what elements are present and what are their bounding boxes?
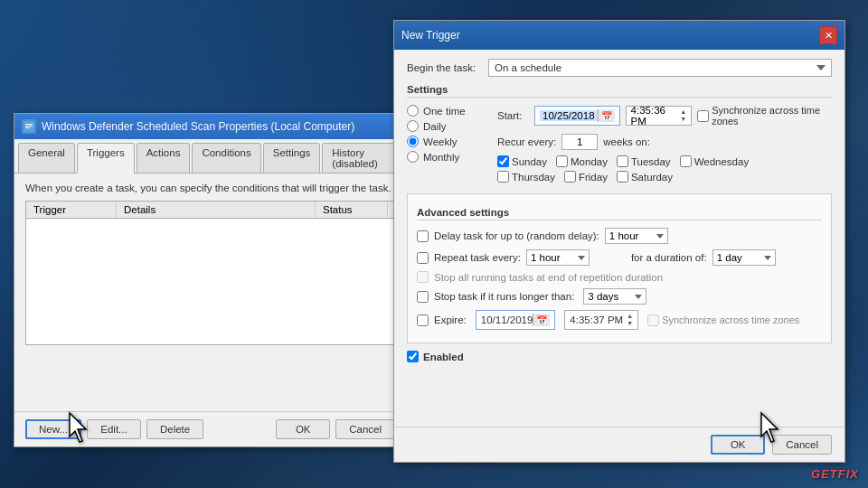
radio-daily-input[interactable] (407, 120, 419, 132)
start-date-row: Start: 10/25/2018 📅 4:35:36 PM ▲ ▼ (497, 105, 832, 127)
radio-daily-label: Daily (423, 121, 447, 132)
stop-longer-label: Stop task if it runs longer than: (434, 291, 574, 302)
col-trigger-header: Trigger (26, 202, 117, 218)
expire-date-value: 10/11/2019 (481, 314, 533, 325)
sync-timezone-text: Synchronize across time zones (712, 105, 832, 127)
expire-sync-checkbox[interactable] (647, 314, 659, 326)
start-date-calendar-btn[interactable]: 📅 (598, 109, 615, 122)
checkbox-thursday[interactable] (497, 171, 509, 183)
time-up-btn[interactable]: ▲ (680, 108, 686, 116)
radio-monthly-input[interactable] (407, 151, 419, 163)
checkbox-monday[interactable] (556, 155, 568, 167)
expire-time-down[interactable]: ▼ (627, 320, 633, 327)
delay-row: Delay task for up to (random delay): 1 h… (417, 228, 822, 244)
start-date-input[interactable]: 10/25/2018 📅 (534, 106, 620, 126)
checkbox-sunday[interactable] (497, 155, 509, 167)
main-dialog: Windows Defender Scheduled Scan Properti… (14, 113, 407, 447)
stop-running-checkbox[interactable] (417, 271, 429, 283)
footer-left-buttons: New... Edit... Delete (25, 419, 203, 439)
start-date-value: 10/25/2018 (540, 110, 598, 121)
radio-weekly: Weekly (407, 136, 479, 147)
checkbox-friday[interactable] (564, 171, 576, 183)
delay-checkbox[interactable] (417, 230, 429, 242)
tab-actions[interactable]: Actions (137, 143, 191, 173)
days-row-2: Thursday Friday Saturday (497, 171, 832, 183)
trigger-footer: OK Cancel (394, 427, 844, 462)
begin-task-select[interactable]: On a schedule (488, 59, 832, 77)
day-wednesday: Wednesday (680, 155, 750, 167)
settings-grid: One time Daily Weekly Monthly S (407, 105, 832, 186)
advanced-heading: Advanced settings (417, 207, 822, 221)
expire-cal-btn[interactable]: 📅 (533, 314, 550, 326)
radio-daily: Daily (407, 120, 479, 132)
edit-trigger-button[interactable]: Edit... (87, 419, 141, 439)
expire-time-input[interactable]: 4:35:37 PM ▲ ▼ (564, 310, 638, 330)
main-cancel-button[interactable]: Cancel (335, 419, 395, 439)
time-spinners[interactable]: ▲ ▼ (680, 108, 686, 123)
tab-settings[interactable]: Settings (263, 143, 321, 173)
expire-date-input[interactable]: 10/11/2019 📅 (476, 310, 556, 330)
radio-monthly: Monthly (407, 151, 479, 163)
watermark-suffix: TFIX (830, 467, 859, 481)
label-sunday: Sunday (512, 156, 547, 167)
recur-unit: weeks on: (603, 136, 650, 147)
start-label: Start: (497, 110, 529, 121)
stop-longer-select[interactable]: 3 days (583, 288, 646, 305)
tab-triggers[interactable]: Triggers (77, 143, 135, 174)
start-section: Start: 10/25/2018 📅 4:35:36 PM ▲ ▼ (497, 105, 832, 186)
repeat-select[interactable]: 1 hour (526, 249, 590, 266)
start-time-input[interactable]: 4:35:36 PM ▲ ▼ (626, 106, 693, 126)
radio-weekly-input[interactable] (407, 136, 419, 147)
trigger-cancel-button[interactable]: Cancel (772, 435, 832, 455)
expire-time-value: 4:35:37 PM (570, 314, 623, 325)
advanced-settings-section: Advanced settings Delay task for up to (… (407, 193, 832, 343)
day-thursday: Thursday (497, 171, 555, 183)
stop-running-label: Stop all running tasks at end of repetit… (434, 272, 663, 283)
recur-row: Recur every: weeks on: (497, 134, 832, 150)
radio-one-time-input[interactable] (407, 105, 419, 117)
main-ok-button[interactable]: OK (276, 419, 330, 439)
trigger-dialog-body: Begin the task: On a schedule Settings O… (394, 50, 844, 371)
dialog-description: When you create a task, you can specify … (25, 183, 395, 193)
main-dialog-footer: New... Edit... Delete OK Cancel (14, 411, 406, 446)
main-dialog-titlebar[interactable]: Windows Defender Scheduled Scan Properti… (14, 114, 406, 139)
trigger-dialog-titlebar[interactable]: New Trigger ✕ (394, 21, 844, 50)
delete-trigger-button[interactable]: Delete (146, 419, 203, 439)
tab-general[interactable]: General (18, 143, 75, 173)
time-down-btn[interactable]: ▼ (680, 116, 686, 123)
begin-task-row: Begin the task: On a schedule (407, 59, 832, 77)
sync-timezone-checkbox[interactable] (697, 110, 709, 122)
expire-time-spinners[interactable]: ▲ ▼ (627, 313, 633, 327)
footer-right-buttons: OK Cancel (276, 419, 395, 439)
start-time-value: 4:35:36 PM (631, 105, 677, 127)
checkbox-tuesday[interactable] (617, 155, 628, 167)
repeat-checkbox[interactable] (417, 252, 429, 264)
sync-timezone-label: Synchronize across time zones (697, 105, 832, 127)
stop-running-row: Stop all running tasks at end of repetit… (417, 271, 822, 283)
delay-select[interactable]: 1 hour (605, 228, 668, 244)
trigger-ok-button[interactable]: OK (711, 435, 765, 455)
radio-monthly-label: Monthly (423, 152, 459, 163)
day-monday: Monday (556, 155, 608, 167)
close-button[interactable]: ✕ (819, 26, 837, 44)
expire-sync-label: Synchronize across time zones (647, 314, 799, 326)
enabled-checkbox[interactable] (407, 351, 419, 362)
radio-weekly-label: Weekly (423, 136, 458, 147)
repeat-label: Repeat task every: (434, 252, 521, 263)
day-sunday: Sunday (497, 155, 547, 167)
expire-checkbox[interactable] (417, 314, 429, 326)
new-trigger-button[interactable]: New... (25, 419, 81, 439)
tab-conditions[interactable]: Conditions (192, 143, 260, 173)
day-tuesday: Tuesday (617, 155, 671, 167)
stop-longer-row: Stop task if it runs longer than: 3 days (417, 288, 822, 305)
stop-longer-checkbox[interactable] (417, 291, 429, 303)
main-dialog-title: Windows Defender Scheduled Scan Properti… (42, 120, 354, 133)
enabled-row: Enabled (407, 351, 832, 362)
repeat-duration-select[interactable]: 1 day (712, 249, 776, 266)
checkbox-wednesday[interactable] (680, 155, 692, 167)
tab-history[interactable]: History (disabled) (322, 143, 401, 173)
expire-time-up[interactable]: ▲ (627, 313, 633, 320)
checkbox-saturday[interactable] (617, 171, 628, 183)
table-header: Trigger Details Status (26, 202, 394, 219)
recur-value-input[interactable] (561, 134, 598, 150)
